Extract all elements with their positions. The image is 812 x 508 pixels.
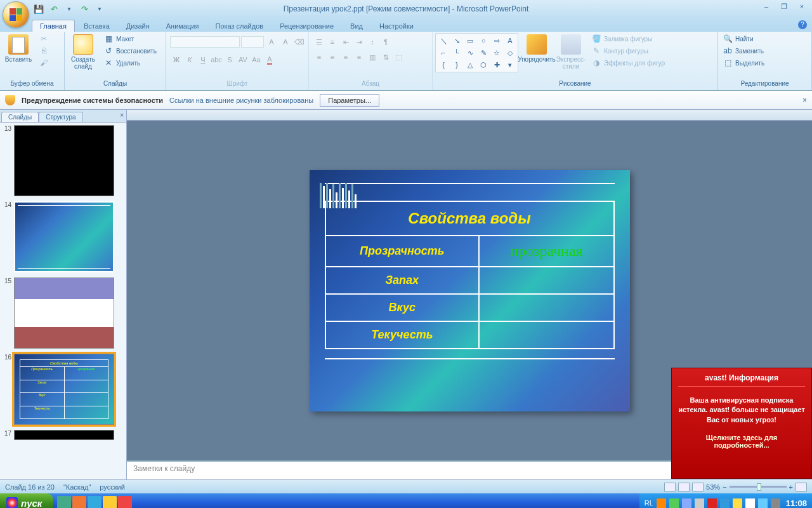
copy-button[interactable]: ⎘: [37, 45, 51, 57]
shape-hex-icon[interactable]: ⬡: [477, 59, 490, 70]
security-options-button[interactable]: Параметры...: [320, 94, 379, 107]
spacing-button[interactable]: AV: [237, 53, 249, 66]
row-value[interactable]: [479, 267, 613, 294]
fit-button[interactable]: [796, 483, 807, 491]
shape-more-icon[interactable]: ▾: [504, 59, 516, 70]
view-show-button[interactable]: [692, 483, 704, 491]
smartart-button[interactable]: ⬚: [393, 51, 405, 64]
zoom-slider[interactable]: [730, 486, 787, 488]
tray-icon[interactable]: [682, 498, 691, 508]
shape-effects-button[interactable]: ◑Эффекты для фигур: [589, 57, 672, 69]
arrange-button[interactable]: Упорядочить: [521, 33, 553, 64]
grow-font-button[interactable]: A: [265, 36, 278, 48]
taskbar-app-icon[interactable]: [72, 496, 86, 508]
find-button[interactable]: 🔍Найти: [721, 33, 766, 44]
tab-outline[interactable]: Структура: [39, 112, 82, 122]
thumb-15[interactable]: 15: [3, 277, 124, 349]
shape-free-icon[interactable]: ✎: [477, 47, 490, 58]
font-color-button[interactable]: A: [263, 53, 276, 66]
tab-design[interactable]: Дизайн: [119, 20, 157, 32]
taskbar-app-icon[interactable]: [103, 496, 117, 508]
quick-styles-button[interactable]: Экспресс-стили: [555, 33, 587, 71]
close-button[interactable]: ×: [796, 3, 808, 13]
thumb-13[interactable]: 13: [3, 125, 124, 196]
slide-title[interactable]: Свойства воды: [325, 201, 614, 236]
shrink-font-button[interactable]: A: [279, 36, 292, 48]
line-spacing-button[interactable]: ↕: [366, 36, 379, 48]
panel-close-button[interactable]: ×: [120, 112, 124, 119]
taskbar-app-icon[interactable]: [57, 496, 71, 508]
zoom-in-button[interactable]: +: [789, 483, 793, 491]
layout-button[interactable]: ▦Макет: [102, 33, 159, 44]
redo-icon[interactable]: ↷: [79, 3, 90, 15]
replace-button[interactable]: abЗаменить: [721, 45, 766, 57]
shape-conn-icon[interactable]: ⌐: [437, 47, 450, 58]
zoom-level[interactable]: 53%: [706, 483, 720, 491]
shape-text-icon[interactable]: A: [504, 35, 516, 46]
text-dir-button[interactable]: ¶: [379, 36, 392, 48]
avast-link[interactable]: Щелкните здесь для подробностей...: [678, 434, 805, 449]
delete-button[interactable]: ✕Удалить: [102, 57, 159, 69]
tab-home[interactable]: Главная: [32, 20, 75, 32]
tray-icon[interactable]: [758, 498, 768, 508]
current-slide[interactable]: Свойства воды Прозрачностьпрозрачная Зап…: [310, 170, 630, 411]
security-close-button[interactable]: ×: [802, 96, 807, 105]
shape-arrow-icon[interactable]: ↘: [450, 35, 463, 46]
shape-rect-icon[interactable]: ▭: [464, 35, 476, 46]
columns-button[interactable]: ▥: [366, 51, 379, 64]
restore-button[interactable]: ❐: [778, 3, 790, 13]
indent-inc-button[interactable]: ⇥: [353, 36, 365, 48]
reset-button[interactable]: ↺Восстановить: [102, 45, 159, 57]
tab-addins[interactable]: Настройки: [372, 20, 421, 32]
tab-review[interactable]: Рецензирование: [272, 20, 341, 32]
tray-icon[interactable]: [657, 498, 666, 508]
view-normal-button[interactable]: [664, 483, 676, 491]
taskbar-app-icon[interactable]: [118, 496, 132, 508]
align-left-button[interactable]: ≡: [313, 51, 325, 64]
save-icon[interactable]: 💾: [33, 3, 44, 15]
shape-fill-button[interactable]: 🪣Заливка фигуры: [589, 33, 672, 44]
shape-line-icon[interactable]: ＼: [437, 35, 450, 46]
case-button[interactable]: Aa: [250, 53, 263, 66]
thumb-16[interactable]: 16 Свойства воды Прозрачностьпрозрачная …: [3, 354, 124, 425]
row-value[interactable]: [479, 294, 613, 321]
row-label[interactable]: Вкус: [325, 294, 480, 321]
taskbar-app-icon[interactable]: [88, 496, 102, 508]
tray-icon[interactable]: [745, 498, 755, 508]
shadow-button[interactable]: S: [223, 53, 236, 66]
strike-button[interactable]: abc: [210, 53, 223, 66]
shapes-gallery[interactable]: ＼ ↘ ▭ ○ ⇨ A ⌐ └ ∿ ✎ ☆ ◇ { } △ ⬡ ✚ ▾: [435, 33, 518, 72]
shape-star-icon[interactable]: ☆: [490, 47, 503, 58]
indent-dec-button[interactable]: ⇤: [339, 36, 352, 48]
align-center-button[interactable]: ≡: [326, 51, 339, 64]
font-name-input[interactable]: [170, 36, 240, 48]
font-size-input[interactable]: [241, 36, 264, 48]
new-slide-button[interactable]: Создать слайд: [67, 33, 99, 71]
align-right-button[interactable]: ≡: [339, 51, 352, 64]
tray-icon[interactable]: [733, 498, 742, 508]
tab-animation[interactable]: Анимация: [159, 20, 207, 32]
bullets-button[interactable]: ☰: [313, 36, 325, 48]
clock[interactable]: 11:08: [786, 498, 807, 508]
tray-icon[interactable]: [707, 498, 717, 508]
tray-icon[interactable]: [669, 498, 679, 508]
row-label[interactable]: Текучесть: [325, 321, 480, 349]
qat-more-icon[interactable]: ▼: [94, 3, 105, 15]
avast-notification[interactable]: avast! Информация Ваша антивирусная подп…: [671, 368, 812, 479]
zoom-out-button[interactable]: −: [723, 483, 726, 491]
justify-button[interactable]: ≡: [353, 51, 365, 64]
shape-brace2-icon[interactable]: }: [450, 59, 463, 70]
italic-button[interactable]: К: [183, 53, 196, 66]
tab-slideshow[interactable]: Показ слайдов: [207, 20, 271, 32]
format-painter-button[interactable]: 🖌: [37, 57, 51, 69]
select-button[interactable]: ⬚Выделить: [721, 57, 766, 69]
thumb-14[interactable]: 14: [3, 201, 124, 272]
tray-icon[interactable]: [771, 498, 780, 508]
underline-button[interactable]: Ч: [197, 53, 209, 66]
shape-arrowr-icon[interactable]: ⇨: [490, 35, 503, 46]
help-button[interactable]: ?: [798, 20, 807, 29]
align-text-button[interactable]: ⇅: [379, 51, 392, 64]
shape-outline-button[interactable]: ✎Контур фигуры: [589, 45, 672, 57]
row-label[interactable]: Прозрачность: [325, 236, 480, 267]
clear-format-button[interactable]: ⌫: [293, 36, 306, 48]
